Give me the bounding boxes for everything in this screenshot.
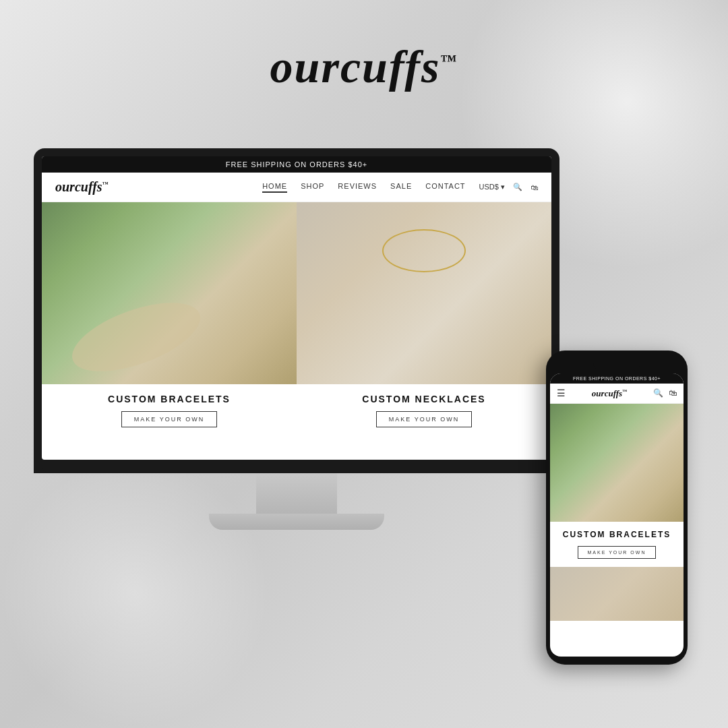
cart-icon[interactable]: 🛍 xyxy=(530,183,538,191)
monitor-bottom-bezel xyxy=(42,460,551,473)
nav-home[interactable]: HOME xyxy=(262,182,287,193)
currency-selector[interactable]: USD$ ▾ xyxy=(479,183,505,191)
bracelets-title: CUSTOM BRACELETS xyxy=(51,394,287,404)
phone-logo: ourcuffs™ xyxy=(592,388,627,399)
brand-tm: ™ xyxy=(440,52,458,69)
phone-search-icon[interactable]: 🔍 xyxy=(653,388,663,398)
necklace-image xyxy=(297,202,551,384)
monitor-screen: FREE SHIPPING ON ORDERS $40+ ourcuffs™ H… xyxy=(42,156,551,460)
brand-name: ourcuffs xyxy=(270,41,441,92)
monitor-mockup: FREE SHIPPING ON ORDERS $40+ ourcuffs™ H… xyxy=(34,148,559,530)
phone-cart-icon[interactable]: 🛍 xyxy=(669,388,677,398)
monitor-stand-neck xyxy=(256,473,337,514)
hamburger-icon[interactable]: ☰ xyxy=(557,388,566,399)
nav-shop[interactable]: SHOP xyxy=(301,182,324,193)
nav-links: HOME SHOP REVIEWS SALE CONTACT xyxy=(262,182,465,193)
phone: FREE SHIPPING ON ORDERS $40+ ☰ ourcuffs™… xyxy=(546,351,688,665)
nav-contact[interactable]: CONTACT xyxy=(425,182,465,193)
nav-reviews[interactable]: REVIEWS xyxy=(338,182,377,193)
monitor-bezel: FREE SHIPPING ON ORDERS $40+ ourcuffs™ H… xyxy=(34,148,559,473)
necklaces-cta[interactable]: MAKE YOUR OWN xyxy=(376,411,472,427)
monitor: FREE SHIPPING ON ORDERS $40+ ourcuffs™ H… xyxy=(34,148,559,530)
brand-title: ourcuffs™ xyxy=(270,40,458,94)
phone-nav-icons: 🔍 🛍 xyxy=(653,388,677,398)
website-banner: FREE SHIPPING ON ORDERS $40+ xyxy=(42,156,551,173)
phone-bracelet-image xyxy=(550,404,684,522)
bracelets-info: CUSTOM BRACELETS MAKE YOUR OWN xyxy=(42,384,297,437)
necklaces-title: CUSTOM NECKLACES xyxy=(306,394,542,404)
phone-nav: ☰ ourcuffs™ 🔍 🛍 xyxy=(550,384,684,404)
bracelet-image xyxy=(42,202,297,384)
phone-screen: FREE SHIPPING ON ORDERS $40+ ☰ ourcuffs™… xyxy=(550,373,684,657)
nav-sale[interactable]: SALE xyxy=(390,182,412,193)
bracelets-card: CUSTOM BRACELETS MAKE YOUR OWN xyxy=(42,202,297,460)
nav-right: USD$ ▾ 🔍 🛍 xyxy=(479,183,538,191)
website-content: CUSTOM BRACELETS MAKE YOUR OWN CUSTOM NE… xyxy=(42,202,551,460)
phone-banner: FREE SHIPPING ON ORDERS $40+ xyxy=(550,373,684,384)
nav-logo: ourcuffs™ xyxy=(55,179,109,195)
website-nav: ourcuffs™ HOME SHOP REVIEWS SALE CONTACT… xyxy=(42,173,551,202)
phone-bracelets-title: CUSTOM BRACELETS xyxy=(558,530,675,539)
necklaces-card: CUSTOM NECKLACES MAKE YOUR OWN xyxy=(297,202,551,460)
phone-bracelets-cta[interactable]: MAKE YOUR OWN xyxy=(578,546,657,559)
bracelets-cta[interactable]: MAKE YOUR OWN xyxy=(121,411,217,427)
phone-bracelets-info: CUSTOM BRACELETS MAKE YOUR OWN xyxy=(550,522,684,567)
phone-necklace-image xyxy=(550,567,684,621)
search-icon[interactable]: 🔍 xyxy=(513,183,522,191)
monitor-stand-base xyxy=(209,514,384,530)
phone-mockup: FREE SHIPPING ON ORDERS $40+ ☰ ourcuffs™… xyxy=(546,351,688,665)
phone-notch xyxy=(593,359,640,371)
necklaces-info: CUSTOM NECKLACES MAKE YOUR OWN xyxy=(297,384,551,437)
